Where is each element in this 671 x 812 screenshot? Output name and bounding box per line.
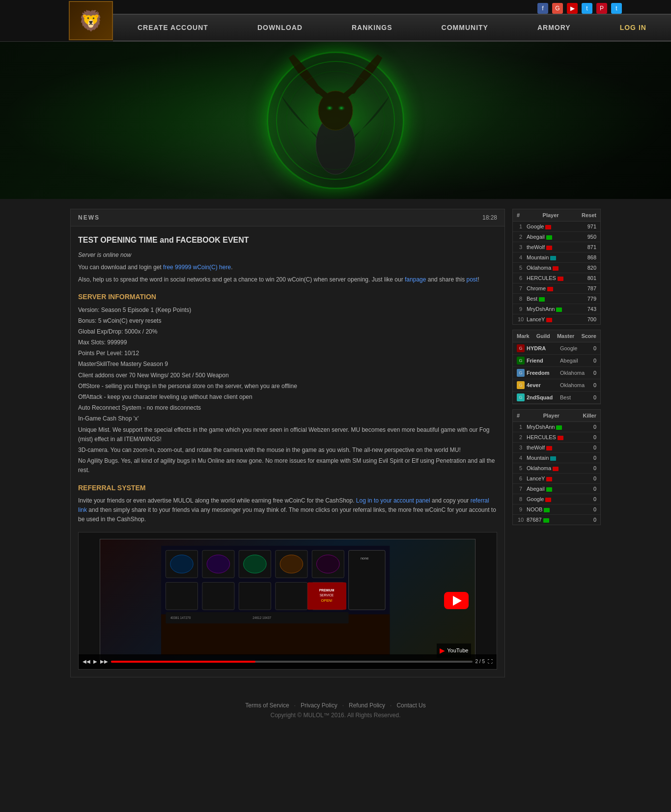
armory-nav[interactable]: ARMORY bbox=[528, 15, 581, 40]
killer-hash-col: # bbox=[517, 413, 520, 419]
promo-line2: Also, help us to spread the word in soci… bbox=[78, 275, 497, 284]
fullscreen-icon[interactable]: ⛶ bbox=[488, 658, 493, 666]
server-info-item: OffAttack - keep you character leveling … bbox=[78, 392, 497, 402]
fanpage-link[interactable]: fanpage bbox=[405, 276, 426, 283]
server-info-item: Unique Mist. We support the special effe… bbox=[78, 425, 497, 444]
server-info-item: Auto Reconnect System - no more disconne… bbox=[78, 403, 497, 413]
server-info-item: Version: Season 5 Episode 1 (Keep Points… bbox=[78, 306, 497, 315]
promo-line1: You can download and login get free 9999… bbox=[78, 263, 497, 272]
guild-name-col: Guild bbox=[536, 333, 550, 339]
play-pause-icon[interactable]: ▶ bbox=[93, 658, 97, 666]
svg-text:24612 10437: 24612 10437 bbox=[252, 616, 271, 619]
guild-rows: G HYDRA Google 0 G Friend Abegail 0 G Fr… bbox=[513, 342, 600, 404]
referral-title: REFERRAL SYSTEM bbox=[78, 482, 497, 493]
reset-lb-rows: 1 Google 971 2 Abegail 950 3 theWolf 871… bbox=[513, 222, 600, 324]
social-bar: f G ▶ t P t bbox=[113, 0, 671, 14]
svg-point-25 bbox=[316, 555, 339, 573]
pinterest-icon[interactable]: P bbox=[596, 3, 607, 14]
terms-link[interactable]: Terms of Service bbox=[245, 702, 289, 709]
news-body: TEST OPENING TIME and FACEBOOK EVENT Ser… bbox=[71, 226, 504, 677]
site-logo[interactable]: 🦁 bbox=[69, 1, 113, 40]
prev-icon[interactable]: ◀◀ bbox=[83, 658, 90, 666]
referral-text: Invite your friends or even advertise MU… bbox=[78, 496, 497, 525]
killer-lb-rows: 1 MryDshAnn 0 2 HERCULES 0 3 theWolf 0 4… bbox=[513, 422, 600, 525]
reset-lb-row: 10 LanceY 700 bbox=[513, 314, 600, 324]
logo-icon: 🦁 bbox=[79, 9, 103, 32]
svg-rect-18 bbox=[239, 582, 271, 610]
account-panel-link[interactable]: Log in to your account panel bbox=[356, 497, 430, 504]
twitter2-icon[interactable]: t bbox=[582, 3, 592, 14]
contact-link[interactable]: Contact Us bbox=[396, 702, 425, 709]
create-account-nav[interactable]: CREATE ACCOUNT bbox=[128, 15, 218, 40]
svg-rect-19 bbox=[275, 582, 307, 610]
video-controls: ◀◀ ▶ ▶▶ 2 / 5 ⛶ bbox=[79, 654, 497, 669]
svg-point-22 bbox=[207, 555, 230, 573]
server-info-item: Bonus: 5 wCoin(C) every resets bbox=[78, 316, 497, 326]
svg-rect-16 bbox=[166, 582, 197, 610]
video-inner: none PREMIUM bbox=[100, 539, 476, 662]
svg-text:SERVICE: SERVICE bbox=[320, 593, 334, 597]
sidebar-right: # Player Reset 1 Google 971 2 Abegail 95… bbox=[512, 209, 601, 677]
server-info-item: MasterSkillTree Mastery Season 9 bbox=[78, 360, 497, 369]
login-nav[interactable]: LOG IN bbox=[610, 15, 656, 40]
server-info-item: OffStore - selling you things in the per… bbox=[78, 382, 497, 391]
killer-score-col: Killer bbox=[583, 413, 596, 419]
reset-lb-score-col: Reset bbox=[582, 212, 596, 218]
killer-lb-row: 6 LanceY 0 bbox=[513, 474, 600, 484]
killer-lb-row: 3 theWolf 0 bbox=[513, 443, 600, 453]
reset-lb-row: 5 Oklahoma 820 bbox=[513, 263, 600, 273]
server-info-item: No Agility Bugs. Yes, all kind of agilit… bbox=[78, 456, 497, 475]
reset-lb-row: 3 theWolf 871 bbox=[513, 242, 600, 252]
news-title: TEST OPENING TIME and FACEBOOK EVENT bbox=[78, 234, 497, 247]
reset-lb-row: 6 HERCULES 801 bbox=[513, 273, 600, 283]
killer-lb-row: 8 Google 0 bbox=[513, 494, 600, 504]
hero-banner bbox=[0, 42, 671, 199]
guild-lb-header: Mark Guild Master Score bbox=[513, 330, 600, 342]
guild-score-col: Score bbox=[581, 333, 596, 339]
server-info-title: SERVER INFORMATION bbox=[78, 291, 497, 302]
next-icon[interactable]: ▶▶ bbox=[100, 658, 108, 666]
svg-text:PREMIUM: PREMIUM bbox=[319, 588, 334, 592]
killer-lb-row: 10 87687 0 bbox=[513, 515, 600, 525]
post-link[interactable]: post bbox=[466, 276, 477, 283]
svg-point-3 bbox=[326, 105, 334, 111]
svg-point-21 bbox=[170, 555, 193, 573]
play-button[interactable] bbox=[444, 592, 469, 609]
guild-row: G Freedom Oklahoma 0 bbox=[513, 367, 600, 379]
news-header: NEWS 18:28 bbox=[71, 209, 504, 226]
video-progress[interactable] bbox=[111, 661, 473, 663]
community-nav[interactable]: COMMUNITY bbox=[432, 15, 498, 40]
copyright: Copyright © MULOL™ 2016. All Rights Rese… bbox=[0, 712, 671, 719]
killer-lb-row: 2 HERCULES 0 bbox=[513, 432, 600, 443]
server-info-item: 3D-camera. You can zoom-in, zoom-out, an… bbox=[78, 446, 497, 455]
server-info-item: Global Exp/Drop: 5000x / 20% bbox=[78, 327, 497, 336]
guild-master-col: Master bbox=[557, 333, 574, 339]
wcoin-link[interactable]: free 99999 wCoin(C) here bbox=[163, 264, 231, 271]
google-icon[interactable]: G bbox=[552, 3, 563, 14]
guild-row: G Friend Abegail 0 bbox=[513, 355, 600, 367]
facebook-icon[interactable]: f bbox=[537, 3, 548, 14]
server-info-item: Client addons over 70 New Wings/ 200 Set… bbox=[78, 371, 497, 380]
privacy-link[interactable]: Privacy Policy bbox=[301, 702, 337, 709]
svg-point-23 bbox=[243, 555, 266, 573]
killer-player-col: Player bbox=[543, 413, 559, 419]
page-footer: Terms of Service · Privacy Policy · Refu… bbox=[0, 687, 671, 728]
page-header: 🦁 f G ▶ t P t CREATE ACCOUNT DOWNLOAD RA… bbox=[0, 0, 671, 42]
twitter-icon[interactable]: t bbox=[611, 3, 622, 14]
download-nav[interactable]: DOWNLOAD bbox=[248, 15, 312, 40]
refund-link[interactable]: Refund Policy bbox=[349, 702, 385, 709]
demon-artwork bbox=[262, 47, 409, 194]
reset-lb-row: 4 Mountain 868 bbox=[513, 252, 600, 263]
killer-lb-row: 7 Abegail 0 bbox=[513, 484, 600, 494]
svg-point-24 bbox=[280, 555, 303, 573]
main-content: NEWS 18:28 TEST OPENING TIME and FACEBOO… bbox=[65, 209, 606, 677]
svg-text:40381 147270: 40381 147270 bbox=[170, 616, 191, 619]
server-info-item: In-Game Cash Shop 'x' bbox=[78, 414, 497, 423]
video-thumbnail: none PREMIUM bbox=[107, 546, 445, 655]
rankings-nav[interactable]: RANKINGS bbox=[342, 15, 402, 40]
video-player[interactable]: none PREMIUM bbox=[78, 532, 497, 670]
reset-lb-row: 7 Chrome 787 bbox=[513, 283, 600, 294]
reset-lb-player-col: Player bbox=[543, 212, 559, 218]
youtube-icon[interactable]: ▶ bbox=[567, 3, 578, 14]
server-info-list: Version: Season 5 Episode 1 (Keep Points… bbox=[78, 306, 497, 476]
